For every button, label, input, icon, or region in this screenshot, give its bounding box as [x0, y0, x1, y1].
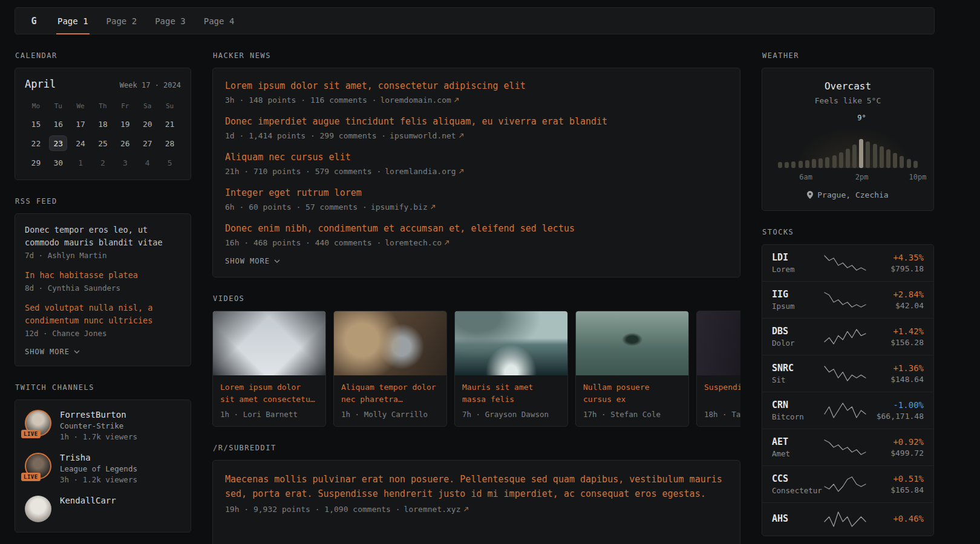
- video-title[interactable]: Aliquam tempor dolor nec pharetra…: [341, 381, 439, 406]
- stock-sparkline: [824, 254, 866, 272]
- stock-row[interactable]: CRN Bitcorn -1.00% $66,171.48: [762, 392, 933, 429]
- video-thumbnail[interactable]: [455, 311, 567, 375]
- rss-item: Sed volutpat nulla nisl, a condimentum n…: [25, 302, 181, 338]
- stock-name: Sit: [772, 375, 824, 384]
- hn-item-source-link[interactable]: loremdomain.com: [380, 96, 459, 105]
- stock-change: +0.46%: [866, 514, 924, 523]
- video-title[interactable]: Lorem ipsum dolor sit amet consectetu…: [220, 381, 318, 406]
- hn-item-title[interactable]: Donec imperdiet augue tincidunt felis al…: [225, 115, 728, 128]
- live-badge: LIVE: [21, 430, 41, 438]
- rss-item-meta: 7d · Ashlyn Martin: [25, 251, 181, 260]
- hn-item-meta: 21h · 710 points · 579 comments · loreml…: [225, 167, 728, 176]
- hn-item-title[interactable]: Integer eget rutrum lorem: [225, 187, 728, 199]
- stock-row[interactable]: CCS Consectetur +0.51% $165.84: [762, 465, 933, 502]
- video-title[interactable]: Suspendisse diam: [704, 381, 740, 406]
- hn-show-more-button[interactable]: SHOW MORE: [225, 257, 728, 265]
- stock-row[interactable]: DBS Dolor +1.42% $156.28: [762, 318, 933, 355]
- hn-item-source: loremlandia.org: [385, 167, 456, 176]
- weather-bar: [913, 161, 918, 168]
- hn-item-meta: 16h · 468 points · 440 comments · loremt…: [225, 238, 728, 247]
- channel-name[interactable]: Trisha: [60, 453, 137, 462]
- video-body: Mauris sit amet massa felis 7h · Grayson…: [455, 375, 567, 426]
- twitch-widget: LIVE ForrestBurton Counter-Strike 1h · 1…: [15, 400, 191, 533]
- rss-show-more-button[interactable]: SHOW MORE: [25, 348, 181, 356]
- rss-item-title[interactable]: In hac habitasse platea: [25, 269, 181, 282]
- stock-row[interactable]: SNRC Sit +1.36% $148.64: [762, 355, 933, 392]
- tab-page-1[interactable]: Page 1: [56, 8, 90, 34]
- weather-feels-like: Feels like 5°C: [772, 96, 924, 105]
- video-thumbnail[interactable]: [334, 311, 446, 375]
- video-title[interactable]: Nullam posuere cursus ex: [583, 381, 681, 406]
- video-thumbnail[interactable]: [576, 311, 688, 375]
- calendar-grid: MoTuWeThFrSaSu15161718192021222324252627…: [25, 101, 181, 170]
- reddit-post-meta: 19h · 9,932 points · 1,090 comments · lo…: [225, 505, 728, 514]
- tab-page-2[interactable]: Page 2: [105, 8, 139, 34]
- video-meta: 1h · Lori Barnett: [220, 410, 318, 419]
- reddit-post-title[interactable]: Maecenas mollis pulvinar erat non posuer…: [225, 472, 728, 501]
- video-thumbnail[interactable]: [213, 311, 325, 375]
- avatar-wrap: LIVE: [25, 410, 51, 436]
- twitch-channel[interactable]: KendallCarr: [25, 496, 181, 522]
- stock-sparkline: [824, 475, 866, 493]
- weather-time-label: 6am: [799, 173, 812, 181]
- weather-bar: [812, 159, 816, 168]
- stock-values: +2.84% $42.04: [866, 290, 924, 310]
- tab-page-3[interactable]: Page 3: [154, 8, 187, 34]
- stock-row[interactable]: AHS +0.46%: [762, 502, 933, 536]
- stock-symbol: LDI: [772, 252, 824, 263]
- tab-page-4[interactable]: Page 4: [203, 8, 236, 34]
- stock-change: +2.84%: [866, 290, 924, 299]
- rss-item-title[interactable]: Donec tempor eros leo, ut commodo mauris…: [25, 224, 181, 249]
- calendar-week-info: Week 17 · 2024: [120, 81, 181, 89]
- hn-item-source-link[interactable]: loremtech.co: [385, 238, 449, 247]
- hn-item-source-link[interactable]: ipsumify.biz: [371, 202, 436, 212]
- reddit-post-stats: 19h · 9,932 points · 1,090 comments ·: [225, 505, 400, 514]
- weather-bar: [832, 155, 837, 168]
- channel-meta: 1h · 1.7k viewers: [60, 432, 137, 441]
- stock-values: +4.35% $795.18: [866, 253, 924, 273]
- stocks-widget: LDI Lorem +4.35% $795.18 IIG Ipsum: [762, 244, 934, 536]
- stock-row[interactable]: AET Amet +0.92% $499.72: [762, 429, 933, 465]
- calendar-day: 15: [27, 117, 44, 131]
- section-title-rss: RSS FEED: [15, 197, 191, 206]
- hn-item-meta: 6h · 60 points · 57 comments · ipsumify.…: [225, 202, 728, 212]
- hn-item-source-link[interactable]: ipsumworld.net: [390, 131, 464, 140]
- hn-item-source-link[interactable]: loremlandia.org: [385, 167, 463, 176]
- calendar-day: 16: [50, 117, 67, 131]
- stock-sparkline: [824, 328, 866, 346]
- page-tabs: Page 1 Page 2 Page 3 Page 4: [56, 8, 235, 34]
- weather-peak-label: 9°: [857, 114, 866, 122]
- calendar-day-header: Th: [99, 101, 106, 112]
- reddit-post-source-link[interactable]: loremnet.xyz: [404, 505, 469, 514]
- hn-item-meta: 3h · 148 points · 116 comments · loremdo…: [225, 96, 728, 105]
- stock-row[interactable]: LDI Lorem +4.35% $795.18: [762, 245, 933, 281]
- stock-sparkline: [824, 510, 866, 528]
- stock-row[interactable]: IIG Ipsum +2.84% $42.04: [762, 281, 933, 318]
- hn-item-stats: 1d · 1,414 points · 299 comments ·: [225, 131, 386, 140]
- hn-item: Lorem ipsum dolor sit amet, consectetur …: [225, 80, 728, 105]
- twitch-channel[interactable]: LIVE ForrestBurton Counter-Strike 1h · 1…: [25, 410, 181, 441]
- channel-info: Trisha League of Legends 3h · 1.2k viewe…: [60, 453, 137, 484]
- twitch-channel[interactable]: LIVE Trisha League of Legends 3h · 1.2k …: [25, 453, 181, 484]
- hn-item: Aliquam nec cursus elit 21h · 710 points…: [225, 151, 728, 176]
- video-thumbnail[interactable]: [697, 311, 740, 375]
- video-body: Aliquam tempor dolor nec pharetra… 1h · …: [334, 375, 446, 426]
- calendar-day-header: Fr: [121, 101, 129, 112]
- stock-values: -1.00% $66,171.48: [866, 400, 924, 421]
- rss-item-title[interactable]: Sed volutpat nulla nisl, a condimentum n…: [25, 302, 181, 327]
- hn-item-title[interactable]: Lorem ipsum dolor sit amet, consectetur …: [225, 80, 728, 92]
- video-title[interactable]: Mauris sit amet massa felis: [462, 381, 560, 406]
- calendar-day-header: We: [77, 101, 85, 112]
- hn-item-source: ipsumworld.net: [390, 131, 456, 140]
- channel-name[interactable]: KendallCarr: [60, 496, 116, 505]
- weather-bar: [778, 162, 782, 168]
- hn-item-title[interactable]: Donec enim nibh, condimentum et accumsan…: [225, 222, 728, 235]
- hn-item-title[interactable]: Aliquam nec cursus elit: [225, 151, 728, 164]
- channel-name[interactable]: ForrestBurton: [60, 410, 137, 419]
- subreddit-widget: Maecenas mollis pulvinar erat non posuer…: [212, 460, 740, 544]
- app-logo[interactable]: G: [15, 16, 53, 27]
- calendar-day: 17: [72, 117, 89, 131]
- calendar-day-header: Sa: [143, 101, 151, 112]
- video-card: Aliquam tempor dolor nec pharetra… 1h · …: [333, 311, 447, 427]
- hn-item-stats: 21h · 710 points · 579 comments ·: [225, 167, 381, 176]
